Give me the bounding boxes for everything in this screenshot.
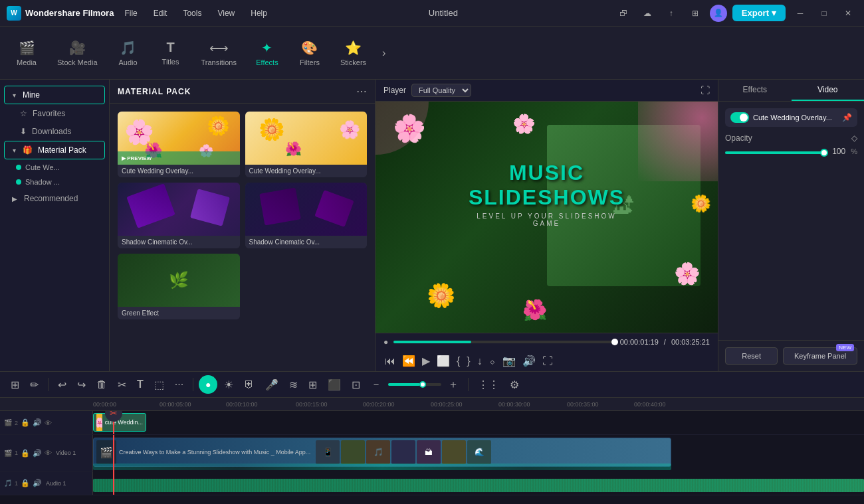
plus-icon[interactable]: ＋ <box>444 376 463 394</box>
sub-icon[interactable]: ⊡ <box>348 377 364 393</box>
lock-icon[interactable]: 🔒 <box>21 418 30 427</box>
export-button[interactable]: Export ▾ <box>732 5 786 21</box>
delete-icon[interactable]: 🗑 <box>92 377 111 392</box>
reset-button[interactable]: Reset <box>725 347 778 365</box>
draw-icon[interactable]: ✏ <box>26 377 43 393</box>
sun-icon[interactable]: ☀ <box>220 377 237 393</box>
audio1-num: 1 <box>15 480 18 487</box>
tool-transitions-label: Transitions <box>201 58 237 66</box>
sidebar-item-mine[interactable]: ▾ Mine <box>4 86 105 104</box>
quality-select[interactable]: Full Quality <box>411 84 471 97</box>
record-button[interactable]: ● <box>199 375 217 394</box>
play-icon[interactable]: ▶ <box>421 353 431 369</box>
menu-edit[interactable]: Edit <box>148 6 173 21</box>
scene-view-icon[interactable]: ⊞ <box>7 377 23 393</box>
tool-titles[interactable]: T Titles <box>151 35 191 71</box>
undo-icon[interactable]: ↩ <box>54 377 70 393</box>
sidebar-item-downloads[interactable]: ⬇ Downloads <box>4 123 105 140</box>
multi-cam-icon[interactable]: ⊞ <box>304 377 321 393</box>
pin-icon[interactable]: 📌 <box>842 113 852 122</box>
user-avatar[interactable]: 👤 <box>710 5 727 22</box>
sidebar-sub-shadow[interactable]: Shadow ... <box>0 175 109 189</box>
window-close-icon[interactable]: ✕ <box>839 4 857 23</box>
eye2-icon[interactable]: 👁 <box>45 449 52 457</box>
audio1-name: Audio 1 <box>46 480 66 487</box>
lock3-icon[interactable]: 🔒 <box>21 479 30 487</box>
tool-audio[interactable]: 🎵 Audio <box>108 35 148 72</box>
keyframe-panel-button[interactable]: Keyframe Panel NEW <box>783 347 857 365</box>
window-maximize-icon[interactable]: □ <box>815 4 833 23</box>
effect-card-cute-wedding-2[interactable]: 🌼 🌸 🌺 Cute Wedding Overlay... <box>245 112 368 177</box>
cut-icon[interactable]: ✂ <box>114 377 130 393</box>
audio-track-clip[interactable] <box>93 479 864 492</box>
main-content: ▾ Mine ☆ Favorites ⬇ Downloads ▾ 🎁 Mater… <box>0 80 864 371</box>
more-options-icon[interactable]: ⋯ <box>356 85 367 98</box>
share-icon[interactable]: ↑ <box>662 4 681 23</box>
toolbar-more-icon[interactable]: › <box>377 44 391 62</box>
opacity-slider[interactable] <box>725 151 827 154</box>
menu-file[interactable]: File <box>119 6 142 21</box>
titles-icon: T <box>166 40 174 55</box>
rewind-icon[interactable]: ⏮ <box>383 354 397 369</box>
sidebar-sub-cute-wedding[interactable]: Cute We... <box>0 160 109 175</box>
devices-icon[interactable]: ⊞ <box>686 4 704 23</box>
tab-video[interactable]: Video <box>792 80 865 101</box>
insert-icon[interactable]: ↓ <box>476 354 484 369</box>
video1-icon: 🎬 <box>4 450 12 457</box>
effect-thumb-5: 🌿 <box>118 254 240 307</box>
settings-icon[interactable]: ⚙ <box>506 377 523 393</box>
sidebar-item-material-pack[interactable]: ▾ 🎁 Material Pack <box>4 141 105 159</box>
redo-icon[interactable]: ↪ <box>73 377 90 393</box>
menu-help[interactable]: Help <box>245 6 272 21</box>
effect-card-shadow-2[interactable]: Shadow Cinematic Ov... <box>245 183 368 248</box>
menu-view[interactable]: View <box>212 6 240 21</box>
fullscreen-icon[interactable]: ⛶ <box>541 354 554 369</box>
sidebar-item-favorites[interactable]: ☆ Favorites <box>4 105 105 122</box>
audio-wave-icon[interactable]: ≋ <box>285 377 302 393</box>
tool-stock-media[interactable]: 🎥 Stock Media <box>49 35 106 72</box>
effect-card-green[interactable]: 🌿 Green Effect <box>118 254 240 319</box>
clip-main[interactable]: 🎬 Creative Ways to Make a Stunning Slide… <box>93 438 671 467</box>
stop-icon[interactable]: ⬜ <box>435 353 451 369</box>
lock2-icon[interactable]: 🔒 <box>21 449 30 458</box>
step-back-icon[interactable]: ⏪ <box>401 353 417 369</box>
more-tools-icon[interactable]: ··· <box>171 377 187 392</box>
tool-stickers[interactable]: ⭐ Stickers <box>332 35 374 72</box>
playback-progress-bar[interactable]: ● 00:00:01:19 / 00:03:25:21 <box>376 333 718 351</box>
track-content-video2: ✂ 🌸 cute Weddin... <box>93 411 864 434</box>
mark-in-icon[interactable]: { <box>455 354 461 369</box>
tool-filters[interactable]: 🎨 Filters <box>290 35 330 72</box>
eye-icon[interactable]: 👁 <box>45 419 52 427</box>
minimize-icon[interactable]: 🗗 <box>614 4 633 23</box>
speaker-icon[interactable]: 🔊 <box>33 418 42 427</box>
sidebar-item-recommended[interactable]: ▶ Recommended <box>4 190 105 207</box>
tab-effects[interactable]: Effects <box>718 80 792 101</box>
effect-toggle[interactable] <box>730 112 749 123</box>
scene-split-icon[interactable]: ⬦ <box>488 354 497 369</box>
tool-media[interactable]: 🎬 Media <box>7 35 47 72</box>
speaker3-icon[interactable]: 🔊 <box>33 479 42 487</box>
crop-btn-icon[interactable]: ⬚ <box>150 377 168 393</box>
ruler-mark-15: 00:00:15:00 <box>296 401 328 408</box>
pip-icon[interactable]: ⬛ <box>324 377 345 393</box>
window-minimize-icon[interactable]: ─ <box>791 4 810 23</box>
effect-card-cute-wedding-1[interactable]: 🌸 🌼 🌺 🌸 ▶ PREVIEW Cute Wedding Overlay..… <box>118 112 240 177</box>
grid-view-icon[interactable]: ⋮⋮ <box>474 377 503 393</box>
tool-transitions[interactable]: ⟷ Transitions <box>193 35 245 72</box>
volume-icon[interactable]: 🔊 <box>521 353 537 369</box>
cloud-icon[interactable]: ☁ <box>638 4 657 23</box>
tool-effects[interactable]: ✦ Effects <box>247 35 287 72</box>
progress-bar[interactable] <box>393 341 614 343</box>
mark-out-icon[interactable]: } <box>465 354 471 369</box>
minus-icon[interactable]: － <box>367 376 385 394</box>
audio-waveform <box>93 463 671 470</box>
speaker2-icon[interactable]: 🔊 <box>33 449 42 458</box>
crop-icon[interactable]: ⛶ <box>701 85 710 96</box>
text-icon[interactable]: T <box>133 377 148 392</box>
effect-card-shadow-1[interactable]: Shadow Cinematic Ov... <box>118 183 240 248</box>
shield-icon[interactable]: ⛨ <box>240 377 259 392</box>
zoom-slider[interactable] <box>388 383 441 386</box>
mic-icon[interactable]: 🎤 <box>261 377 282 393</box>
menu-tools[interactable]: Tools <box>177 6 207 21</box>
snapshot-icon[interactable]: 📷 <box>501 353 517 369</box>
